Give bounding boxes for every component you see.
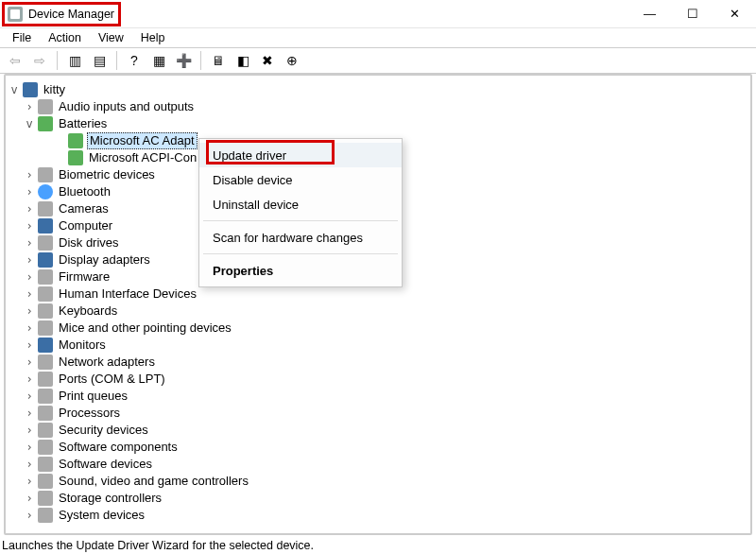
tree-label: Audio inputs and outputs <box>57 98 196 115</box>
context-update-driver[interactable]: Update driver <box>199 143 402 167</box>
tree-label: Processors <box>57 405 122 422</box>
expand-icon[interactable]: › <box>23 354 36 371</box>
menu-help[interactable]: Help <box>132 29 174 46</box>
expand-icon[interactable]: › <box>23 251 36 268</box>
update-driver-icon[interactable]: 🖥 <box>207 49 230 72</box>
toolbar: ⇦⇨▥▤?▦➕🖥◧✖⊕ <box>0 47 756 74</box>
expand-icon[interactable]: › <box>23 405 36 422</box>
tree-item-sound-video-and-game-controllers[interactable]: ›Sound, video and game controllers <box>8 473 750 490</box>
context-properties[interactable]: Properties <box>199 258 402 283</box>
add-hardware-icon[interactable]: ➕ <box>172 49 195 72</box>
expand-icon[interactable]: v <box>8 81 21 98</box>
scan-icon[interactable]: ◧ <box>232 49 254 72</box>
tree-label: Software components <box>57 439 180 456</box>
show-hide-icon[interactable]: ▥ <box>63 49 86 72</box>
more-icon[interactable]: ⊕ <box>281 49 303 72</box>
device-icon <box>38 269 53 285</box>
device-icon <box>38 423 53 438</box>
expand-icon[interactable]: › <box>23 183 36 200</box>
device-icon <box>23 82 38 97</box>
properties-icon[interactable]: ▤ <box>88 49 111 72</box>
menu-action[interactable]: Action <box>40 29 90 46</box>
tree-item-network-adapters[interactable]: ›Network adapters <box>8 354 750 371</box>
tree-item-mice-and-other-pointing-devices[interactable]: ›Mice and other pointing devices <box>8 320 750 337</box>
device-icon <box>38 252 53 268</box>
tree-label: Display adapters <box>57 251 152 268</box>
tree-label: Batteries <box>57 115 109 132</box>
expand-icon[interactable]: › <box>23 98 36 115</box>
tree-item-software-devices[interactable]: ›Software devices <box>8 456 750 473</box>
help-icon[interactable]: ? <box>123 49 146 72</box>
expand-icon[interactable]: › <box>23 303 36 320</box>
menu-file[interactable]: File <box>4 29 40 46</box>
device-icon <box>68 150 83 165</box>
tree-item-security-devices[interactable]: ›Security devices <box>8 422 750 439</box>
context-separator <box>203 253 398 254</box>
expand-icon[interactable]: › <box>23 371 36 388</box>
close-button[interactable]: ✕ <box>713 0 756 28</box>
forward-icon: ⇨ <box>28 49 51 72</box>
tree-label: Mice and other pointing devices <box>57 320 233 337</box>
device-icon <box>38 201 53 216</box>
tree-item-keyboards[interactable]: ›Keyboards <box>8 303 750 320</box>
tree-label: Sound, video and game controllers <box>57 473 250 490</box>
tree-label: Human Interface Devices <box>57 286 198 303</box>
tree-item-audio-inputs-and-outputs[interactable]: ›Audio inputs and outputs <box>8 98 750 115</box>
device-icon <box>38 508 53 523</box>
device-icon <box>38 389 53 404</box>
device-icon <box>38 235 53 251</box>
device-icon <box>38 320 53 336</box>
view-icon[interactable]: ▦ <box>147 49 170 72</box>
tree-label: Bluetooth <box>57 183 112 200</box>
back-icon: ⇦ <box>4 49 26 72</box>
device-icon <box>38 184 53 199</box>
device-icon <box>38 286 53 302</box>
expand-icon[interactable]: › <box>23 439 36 456</box>
device-icon <box>38 338 53 353</box>
tree-item-storage-controllers[interactable]: ›Storage controllers <box>8 490 750 507</box>
expand-icon[interactable]: › <box>23 490 36 507</box>
expand-icon[interactable]: › <box>23 268 36 286</box>
minimize-button[interactable]: — <box>628 0 671 28</box>
expand-icon[interactable]: › <box>23 320 36 337</box>
menubar: FileActionViewHelp <box>0 28 756 47</box>
tree-item-ports-com-lpt-[interactable]: ›Ports (COM & LPT) <box>8 371 750 388</box>
window-title: Device Manager <box>28 8 114 21</box>
tree-item-system-devices[interactable]: ›System devices <box>8 507 750 524</box>
device-icon <box>38 355 53 370</box>
tree-label: Ports (COM & LPT) <box>57 371 167 388</box>
expand-icon[interactable]: › <box>23 456 36 473</box>
uninstall-icon[interactable]: ✖ <box>256 49 279 72</box>
expand-icon[interactable]: › <box>23 286 36 303</box>
expand-icon[interactable]: › <box>23 422 36 439</box>
tree-item-human-interface-devices[interactable]: ›Human Interface Devices <box>8 286 750 303</box>
device-icon <box>38 116 53 131</box>
tree-label: Network adapters <box>57 354 157 371</box>
maximize-button[interactable]: ☐ <box>671 0 713 28</box>
tree-item-processors[interactable]: ›Processors <box>8 405 750 422</box>
device-icon <box>38 474 53 489</box>
context-scan-hardware[interactable]: Scan for hardware changes <box>199 225 402 250</box>
expand-icon[interactable]: › <box>23 507 36 524</box>
device-icon <box>38 491 53 506</box>
expand-icon[interactable]: › <box>23 166 36 183</box>
expand-icon[interactable]: › <box>23 337 36 354</box>
expand-icon: > <box>53 132 66 149</box>
toolbar-separator <box>116 51 117 70</box>
expand-icon[interactable]: › <box>23 200 36 217</box>
expand-icon[interactable]: v <box>23 115 36 132</box>
menu-view[interactable]: View <box>90 29 132 46</box>
expand-icon[interactable]: › <box>23 234 36 251</box>
tree-item-monitors[interactable]: ›Monitors <box>8 337 750 354</box>
device-icon <box>38 218 53 234</box>
expand-icon[interactable]: › <box>23 388 36 405</box>
tree-item-software-components[interactable]: ›Software components <box>8 439 750 456</box>
tree-item-print-queues[interactable]: ›Print queues <box>8 388 750 405</box>
tree-label: Biometric devices <box>57 166 157 183</box>
expand-icon[interactable]: › <box>23 473 36 490</box>
expand-icon[interactable]: › <box>23 217 36 234</box>
context-uninstall-device[interactable]: Uninstall device <box>199 192 402 216</box>
tree-root[interactable]: vkitty <box>8 81 750 98</box>
context-disable-device[interactable]: Disable device <box>199 167 402 192</box>
tree-item-batteries[interactable]: vBatteries <box>8 115 750 132</box>
